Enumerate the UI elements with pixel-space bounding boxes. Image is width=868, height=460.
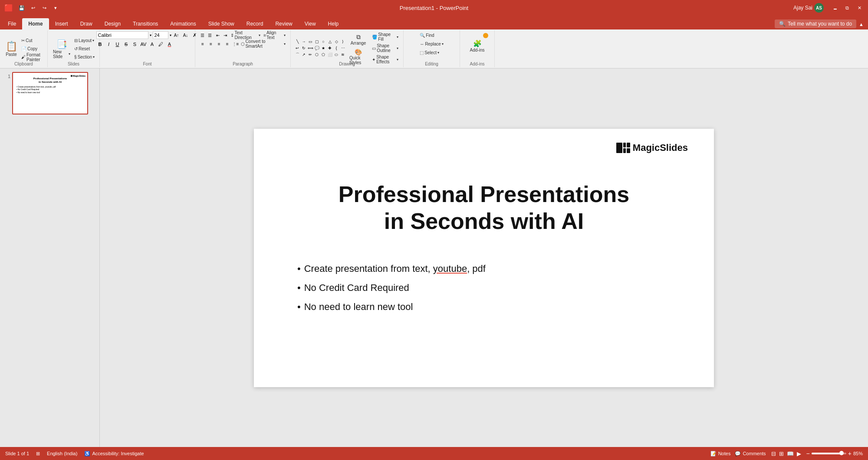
tab-insert[interactable]: Insert bbox=[49, 18, 74, 29]
shape-circle[interactable]: ○ bbox=[320, 39, 326, 45]
tab-home[interactable]: Home bbox=[22, 18, 49, 29]
slide-thumbnail-1[interactable]: 🖥 MagicSlides Professional Presentations… bbox=[12, 72, 88, 114]
slideshow-button[interactable]: ▶ bbox=[796, 450, 802, 458]
tab-design[interactable]: Design bbox=[99, 18, 127, 29]
shape-diamond[interactable]: ◇ bbox=[333, 39, 339, 45]
shape-outline-button[interactable]: ▭ Shape Outline ▾ bbox=[371, 43, 400, 53]
tab-animations[interactable]: Animations bbox=[164, 18, 202, 29]
reset-button[interactable]: ↺ Reset bbox=[73, 45, 96, 53]
tab-help[interactable]: Help bbox=[322, 18, 345, 29]
comments-button[interactable]: 💬 Comments bbox=[735, 451, 766, 457]
section-button[interactable]: § Section ▾ bbox=[73, 53, 96, 61]
grow-font-button[interactable]: A↑ bbox=[173, 31, 181, 39]
convert-smartart-button[interactable]: ⬡ Convert to SmartArt ▾ bbox=[240, 40, 287, 48]
zoom-thumb[interactable] bbox=[839, 451, 844, 455]
slide-canvas[interactable]: MagicSlides Professional Presentations i… bbox=[254, 129, 714, 387]
customize-qat-button[interactable]: ▾ bbox=[51, 3, 60, 12]
tab-transitions[interactable]: Transitions bbox=[127, 18, 164, 29]
font-color-fill-button[interactable]: A bbox=[166, 40, 174, 48]
shape-pentagon[interactable]: ⬠ bbox=[320, 52, 326, 58]
tab-slideshow[interactable]: Slide Show bbox=[202, 18, 240, 29]
addins-button[interactable]: 🧩 Add-ins bbox=[468, 35, 487, 57]
shape-triangle[interactable]: △ bbox=[327, 39, 333, 45]
shadow-button[interactable]: S bbox=[131, 40, 139, 48]
copy-button[interactable]: 📄 Copy bbox=[20, 45, 44, 53]
close-button[interactable]: ✕ bbox=[855, 3, 864, 12]
tab-review[interactable]: Review bbox=[269, 18, 298, 29]
redo-qat-button[interactable]: ↪ bbox=[40, 3, 49, 12]
numbering-button[interactable]: ☰ bbox=[207, 31, 214, 39]
collapse-ribbon-button[interactable]: ▲ bbox=[856, 20, 866, 28]
slide-main-title[interactable]: Professional Presentations in Seconds wi… bbox=[289, 181, 679, 235]
slide-sorter-button[interactable]: ⊞ bbox=[778, 450, 785, 458]
shape-more[interactable]: ⋯ bbox=[340, 45, 346, 51]
align-text-button[interactable]: ≡ Align Text ▾ bbox=[262, 31, 287, 39]
text-direction-button[interactable]: ⇕ Text Direction ▾ bbox=[229, 31, 262, 39]
restore-button[interactable]: ⧉ bbox=[843, 3, 852, 12]
shape-double-arrow[interactable]: ⟺ bbox=[307, 45, 313, 51]
shape-chevron[interactable]: ⟩ bbox=[340, 39, 346, 45]
tab-view[interactable]: View bbox=[299, 18, 322, 29]
align-right-button[interactable]: ≡ bbox=[215, 40, 223, 48]
underline-button[interactable]: U bbox=[114, 40, 122, 48]
shape-curve[interactable]: ⌒ bbox=[294, 52, 300, 58]
accessibility-button[interactable]: ♿ Accessibility: Investigate bbox=[84, 451, 144, 457]
align-left-button[interactable]: ≡ bbox=[199, 40, 207, 48]
indent-less-button[interactable]: ⇤ bbox=[214, 31, 221, 39]
layout-button[interactable]: ⊟ Layout ▾ bbox=[73, 37, 96, 45]
tab-draw[interactable]: Draw bbox=[74, 18, 99, 29]
columns-button[interactable]: ⋮≡ bbox=[232, 40, 240, 48]
save-qat-button[interactable]: 💾 bbox=[17, 3, 26, 12]
char-spacing-button[interactable]: AV bbox=[140, 40, 148, 48]
tab-record[interactable]: Record bbox=[240, 18, 270, 29]
shape-star[interactable]: ★ bbox=[320, 45, 326, 51]
zoom-bar[interactable] bbox=[812, 453, 846, 454]
tell-me-input[interactable]: 🔍 Tell me what you want to do bbox=[775, 20, 856, 28]
normal-view-button[interactable]: ⊟ bbox=[770, 450, 777, 458]
undo-qat-button[interactable]: ↩ bbox=[29, 3, 37, 12]
user-avatar[interactable]: AS bbox=[814, 3, 824, 13]
bold-button[interactable]: B bbox=[96, 40, 104, 48]
font-name-input[interactable] bbox=[96, 31, 148, 39]
slide-bullets[interactable]: • Create presentation from text, youtube… bbox=[297, 263, 486, 320]
zoom-out-button[interactable]: − bbox=[806, 450, 810, 457]
arrange-button[interactable]: ⧉ Arrange bbox=[348, 31, 369, 48]
shape-cube[interactable]: ⬜ bbox=[327, 52, 333, 58]
indent-more-button[interactable]: ⇥ bbox=[222, 31, 229, 39]
replace-button[interactable]: ↔ Replace ▾ bbox=[418, 40, 445, 48]
new-slide-button[interactable]: 📑 New Slide ▾ bbox=[51, 36, 72, 62]
shape-curved-arrow[interactable]: ↻ bbox=[301, 45, 307, 51]
shape-rect[interactable]: ▭ bbox=[307, 39, 313, 45]
shape-callout[interactable]: 💬 bbox=[314, 45, 320, 51]
shape-cylinder[interactable]: ⬭ bbox=[333, 52, 339, 58]
shape-brace[interactable]: { bbox=[333, 45, 339, 51]
shape-arrow[interactable]: → bbox=[301, 39, 307, 45]
paste-button[interactable]: 📋 Paste bbox=[3, 36, 19, 62]
cut-button[interactable]: ✂ Cut bbox=[20, 37, 44, 45]
shape-cross[interactable]: ✚ bbox=[327, 45, 333, 51]
shape-misc[interactable]: ≋ bbox=[340, 52, 346, 58]
select-button[interactable]: ⬚ Select ▾ bbox=[418, 49, 445, 56]
notes-button[interactable]: 📝 Notes bbox=[710, 451, 731, 457]
align-center-button[interactable]: ≡ bbox=[207, 40, 215, 48]
justify-button[interactable]: ≡ bbox=[224, 40, 231, 48]
zoom-in-button[interactable]: + bbox=[848, 450, 852, 457]
shape-bent-arrow[interactable]: ↩ bbox=[294, 45, 300, 51]
minimize-button[interactable]: 🗕 bbox=[831, 3, 839, 12]
font-size-input[interactable] bbox=[153, 31, 168, 39]
format-painter-button[interactable]: 🖌 Format Painter bbox=[20, 53, 44, 61]
shape-hexagon[interactable]: ⬡ bbox=[314, 52, 320, 58]
zoom-level[interactable]: 85% bbox=[853, 451, 863, 456]
font-color-button[interactable]: A bbox=[148, 40, 156, 48]
shrink-font-button[interactable]: A↓ bbox=[182, 31, 190, 39]
shape-line[interactable]: ╲ bbox=[294, 39, 300, 45]
tab-file[interactable]: File bbox=[2, 18, 22, 29]
strikethrough-button[interactable]: S bbox=[122, 40, 130, 48]
shape-freeform[interactable]: ✏ bbox=[307, 52, 313, 58]
find-button[interactable]: 🔍 Find bbox=[418, 31, 445, 39]
bullets-button[interactable]: ☰ bbox=[199, 31, 206, 39]
shape-fill-button[interactable]: 🪣 Shape Fill ▾ bbox=[371, 32, 400, 42]
shape-connector[interactable]: ↗ bbox=[301, 52, 307, 58]
reading-view-button[interactable]: 📖 bbox=[786, 450, 795, 458]
text-highlight-button[interactable]: 🖊 bbox=[157, 40, 165, 48]
